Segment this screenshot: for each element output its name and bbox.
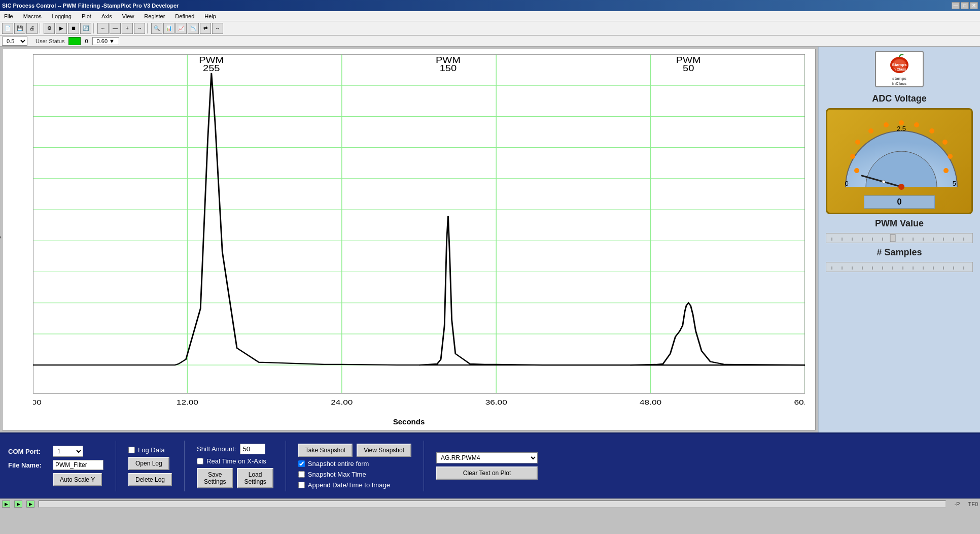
menu-axis[interactable]: Axis <box>99 13 114 19</box>
scroll-bar[interactable] <box>39 500 946 508</box>
toolbar-sep-1 <box>40 23 42 34</box>
pwm-slider[interactable] <box>826 233 973 243</box>
svg-text:PWM: PWM <box>676 56 701 64</box>
svg-text:60.00: 60.00 <box>794 398 805 405</box>
close-button[interactable]: ✕ <box>970 2 978 9</box>
svg-point-53 <box>899 120 904 125</box>
menu-help[interactable]: Help <box>202 13 218 19</box>
status-value-box: 0.60 ▼ <box>92 37 119 45</box>
status-dropdown-bar: 0.5 User Status 0 0.60 ▼ <box>0 36 980 47</box>
window-title: SIC Process Control -- PWM Filtering -St… <box>2 3 179 9</box>
toolbar-btn-14[interactable]: 📈 <box>176 23 187 34</box>
com-port-dropdown[interactable]: 1 <box>53 446 83 457</box>
toolbar-btn-13[interactable]: 📊 <box>163 23 174 34</box>
toolbar-btn-4[interactable]: ⚙ <box>44 23 55 34</box>
sep-4 <box>424 441 424 491</box>
file-name-label: File Name: <box>8 461 49 469</box>
menu-view[interactable]: View <box>120 13 136 19</box>
append-datetime-label: Append Date/Time to Image <box>308 481 390 489</box>
snapshot-entire-checkbox[interactable] <box>298 460 305 467</box>
minimize-button[interactable]: — <box>952 2 960 9</box>
load-settings-button[interactable]: Load Settings <box>237 468 273 488</box>
toolbar-btn-1[interactable]: 📄 <box>2 23 13 34</box>
svg-rect-0 <box>33 54 805 393</box>
title-bar: SIC Process Control -- PWM Filtering -St… <box>0 0 980 11</box>
pwm-value-title: PWM Value <box>875 218 924 229</box>
clear-text-button[interactable]: Clear Text on Plot <box>436 466 538 480</box>
com-port-label: COM Port: <box>8 448 49 455</box>
view-snapshot-button[interactable]: View Snapshot <box>357 444 411 457</box>
macro-dropdown-row: AG.RR.PWM4 <box>436 452 538 463</box>
apple-logo-svg: Stamps in Class <box>889 52 909 74</box>
menu-logging[interactable]: Logging <box>50 13 74 19</box>
file-name-row: File Name: <box>8 460 103 470</box>
toolbar-btn-3[interactable]: 🖨 <box>26 23 38 34</box>
status-dropdown-arrow[interactable]: ▼ <box>109 38 115 44</box>
svg-text:in Class: in Class <box>893 68 906 71</box>
toolbar-btn-17[interactable]: ↔ <box>212 23 223 34</box>
svg-text:5: 5 <box>953 180 956 187</box>
snapshot-entire-label: Snapshot entire form <box>308 460 369 468</box>
svg-point-58 <box>943 168 949 173</box>
log-data-checkbox[interactable] <box>128 447 135 453</box>
toolbar-btn-2[interactable]: 💾 <box>14 23 25 34</box>
shift-group: Shift Amount: Real Time on X-Axis Save S… <box>197 444 273 488</box>
snapshot-entire-checkbox-row: Snapshot entire form <box>298 460 369 468</box>
svg-text:Stamps: Stamps <box>892 62 907 67</box>
snapshot-max-label: Snapshot Max Time <box>308 471 366 478</box>
open-log-row: Open Log <box>128 457 172 470</box>
maximize-button[interactable]: □ <box>961 2 969 9</box>
svg-text:0.00: 0.00 <box>33 398 42 405</box>
append-datetime-row: Append Date/Time to Image <box>298 481 411 489</box>
main-dropdown[interactable]: 0.5 <box>2 37 27 46</box>
toolbar-sep-2 <box>93 23 95 34</box>
title-bar-buttons[interactable]: — □ ✕ <box>952 2 978 9</box>
menu-file[interactable]: File <box>2 13 15 19</box>
real-time-checkbox-row: Real Time on X-Axis <box>197 457 266 465</box>
menu-plot[interactable]: Plot <box>80 13 93 19</box>
menu-macros[interactable]: Macros <box>21 13 44 19</box>
macro-dropdown[interactable]: AG.RR.PWM4 <box>436 452 538 463</box>
mode-label: -P <box>954 501 960 507</box>
toolbar-btn-8[interactable]: ← <box>97 23 109 34</box>
svg-text:PWM: PWM <box>199 56 224 64</box>
toolbar-btn-5[interactable]: ▶ <box>56 23 67 34</box>
open-log-button[interactable]: Open Log <box>128 457 169 470</box>
shift-amount-label: Shift Amount: <box>197 445 236 453</box>
real-time-checkbox[interactable] <box>197 458 203 464</box>
svg-text:50: 50 <box>683 64 694 73</box>
toolbar-btn-7[interactable]: 🔄 <box>80 23 91 34</box>
take-snapshot-button[interactable]: Take Snapshot <box>298 444 353 457</box>
snapshot-group: Take Snapshot View Snapshot Snapshot ent… <box>298 444 411 489</box>
real-time-row: Real Time on X-Axis <box>197 457 273 465</box>
toolbar-btn-6[interactable]: ⏹ <box>68 23 79 34</box>
shift-amount-input[interactable] <box>240 444 265 454</box>
auto-scale-y-button[interactable]: Auto Scale Y <box>53 473 102 486</box>
append-datetime-checkbox[interactable] <box>298 482 305 488</box>
samples-slider[interactable] <box>826 262 973 272</box>
log-data-label: Log Data <box>138 446 165 454</box>
toolbar-btn-11[interactable]: → <box>134 23 145 34</box>
menu-defined[interactable]: Defined <box>173 13 196 19</box>
sep-1 <box>116 441 116 491</box>
plot-svg: PWM 255 PWM 150 PWM 50 5.00 4.50 4.00 <box>33 54 805 405</box>
toolbar-btn-9[interactable]: — <box>110 23 121 34</box>
log-data-row: Log Data <box>128 446 172 454</box>
delete-log-row: Delete Log <box>128 473 172 486</box>
bottom-panel: COM Port: 1 File Name: Auto Scale Y Log … <box>0 432 980 498</box>
svg-point-56 <box>942 140 948 145</box>
delete-log-button[interactable]: Delete Log <box>128 473 172 486</box>
gauge-svg: 0 5 2.5 <box>835 116 967 192</box>
menu-register[interactable]: Register <box>142 13 167 19</box>
status-indicator-1: ▶ <box>2 500 10 508</box>
toolbar-btn-12[interactable]: 🔍 <box>151 23 162 34</box>
toolbar-btn-10[interactable]: + <box>122 23 133 34</box>
clear-text-row: Clear Text on Plot <box>436 466 538 480</box>
svg-text:12.00: 12.00 <box>177 398 198 405</box>
snapshot-max-checkbox[interactable] <box>298 471 305 478</box>
file-name-input[interactable] <box>53 460 103 470</box>
status-value-text: 0.60 <box>97 38 108 44</box>
toolbar-btn-16[interactable]: ⇄ <box>200 23 211 34</box>
toolbar-btn-15[interactable]: 📉 <box>188 23 199 34</box>
save-settings-button[interactable]: Save Settings <box>197 468 233 488</box>
